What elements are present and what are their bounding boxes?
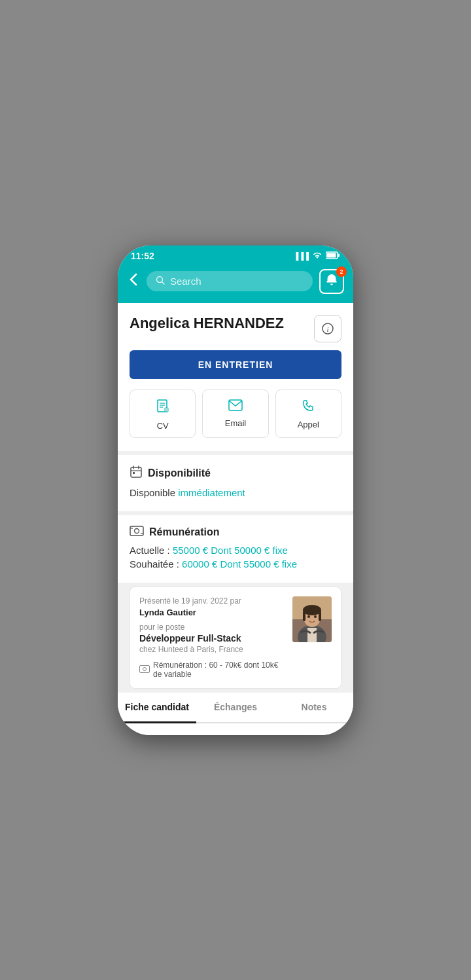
card-content: Présenté le 19 janv. 2022 par Lynda Gaut…	[139, 596, 285, 679]
availability-section: Disponibilité Disponible immédiatement	[118, 455, 353, 511]
svg-rect-13	[229, 400, 242, 410]
svg-rect-23	[140, 665, 150, 672]
svg-point-24	[143, 667, 147, 670]
wifi-icon	[312, 251, 323, 261]
tab-content: Points incontournables • Maitrise de Jav…	[118, 723, 353, 735]
card-remun: Rémunération : 60 - 70k€ dont 10k€ de va…	[139, 661, 285, 679]
svg-rect-19	[130, 526, 143, 535]
svg-point-35	[314, 615, 317, 618]
card-presenter: Lynda Gautier	[139, 608, 285, 617]
availability-text: Disponible immédiatement	[130, 487, 341, 498]
status-icons: ▐▐▐	[294, 251, 340, 261]
candidate-section: Angelica HERNANDEZ i EN ENTRETIEN	[118, 303, 353, 451]
svg-rect-1	[327, 253, 336, 257]
card-location: chez Hunteed à Paris, France	[139, 645, 285, 654]
status-button[interactable]: EN ENTRETIEN	[130, 350, 341, 379]
remuneration-title: Rémunération	[149, 526, 220, 538]
svg-point-34	[307, 615, 310, 618]
availability-title-row: Disponibilité	[130, 465, 341, 482]
back-button[interactable]	[127, 270, 140, 292]
cv-icon: ≡	[156, 399, 170, 417]
remuneration-title-row: Rémunération	[130, 526, 341, 539]
current-remun: Actuelle : 55000 € Dont 50000 € fixe	[130, 545, 341, 556]
action-buttons: ≡ CV Email	[130, 390, 341, 438]
candidate-photo	[292, 596, 332, 642]
money-icon	[130, 526, 144, 539]
svg-rect-14	[131, 467, 141, 477]
svg-rect-32	[303, 611, 305, 621]
svg-rect-2	[338, 253, 340, 257]
remuneration-section: Rémunération Actuelle : 55000 € Dont 500…	[118, 515, 353, 583]
cv-button[interactable]: ≡ CV	[130, 390, 196, 438]
search-header: Search 2	[118, 264, 353, 303]
availability-value: immédiatement	[178, 487, 245, 498]
availability-title: Disponibilité	[148, 467, 211, 479]
tab-fiche[interactable]: Fiche candidat	[118, 693, 196, 723]
svg-line-4	[162, 282, 165, 285]
svg-rect-18	[133, 472, 135, 474]
tab-echanges[interactable]: Échanges	[196, 693, 275, 723]
email-icon	[228, 399, 243, 414]
calendar-icon	[130, 465, 143, 482]
candidate-name-row: Angelica HERNANDEZ i	[130, 315, 341, 342]
cv-label: CV	[157, 421, 169, 431]
svg-text:i: i	[326, 325, 328, 333]
call-label: Appel	[298, 420, 319, 429]
notification-badge: 2	[336, 266, 347, 277]
card-role: Développeur Full-Stack	[139, 633, 285, 644]
card-meta: Présenté le 19 janv. 2022 par	[139, 596, 285, 606]
search-icon	[156, 276, 165, 287]
battery-icon	[326, 251, 340, 261]
search-bar[interactable]: Search	[147, 271, 313, 291]
signal-icon: ▐▐▐	[294, 252, 309, 260]
candidate-name: Angelica HERNANDEZ	[130, 315, 314, 332]
status-bar: 11:52 ▐▐▐	[118, 245, 353, 264]
card-remun-icon	[139, 664, 150, 675]
status-time: 11:52	[131, 251, 154, 261]
svg-point-31	[303, 605, 321, 615]
call-icon	[302, 399, 315, 416]
email-label: Email	[225, 418, 247, 428]
tab-notes[interactable]: Notes	[275, 693, 353, 723]
bell-icon	[326, 274, 338, 289]
search-placeholder: Search	[170, 276, 201, 287]
presentation-card: Présenté le 19 janv. 2022 par Lynda Gaut…	[130, 587, 341, 689]
notification-button[interactable]: 2	[319, 269, 344, 294]
svg-rect-33	[319, 611, 321, 621]
desired-remun: Souhaitée : 60000 € Dont 55000 € fixe	[130, 558, 341, 570]
svg-rect-29	[307, 628, 317, 642]
tabs-row: Fiche candidat Échanges Notes	[118, 693, 353, 723]
call-button[interactable]: Appel	[275, 390, 341, 438]
info-button[interactable]: i	[314, 315, 341, 342]
card-sub: pour le poste	[139, 623, 285, 632]
email-button[interactable]: Email	[202, 390, 268, 438]
svg-point-20	[135, 528, 139, 533]
